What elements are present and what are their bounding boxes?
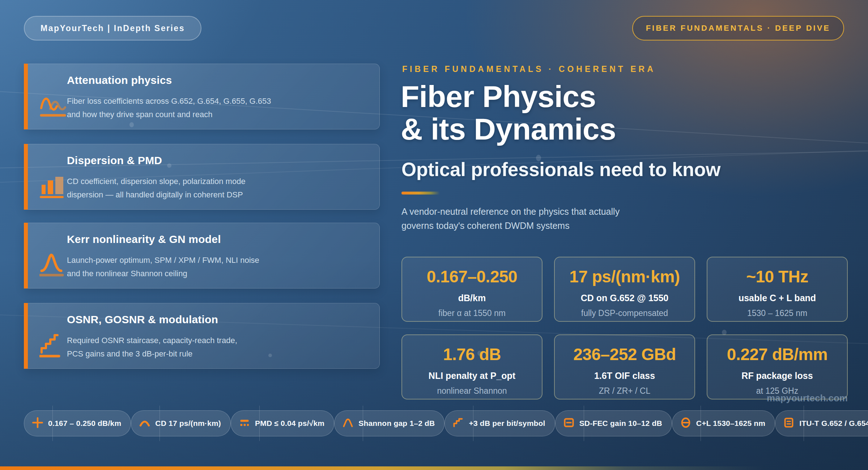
- chip-itu-standards: ITU-T G.652 / G.654: [775, 410, 868, 436]
- bottom-gradient-bar: [0, 466, 868, 470]
- hero-description: A vendor-neutral reference on the physic…: [401, 205, 620, 233]
- topic-title: OSNR, GOSNR & modulation: [67, 313, 218, 326]
- hero-eyebrow: FIBER FUNDAMENTALS · COHERENT ERA: [402, 64, 656, 74]
- stat-value: 1.76 dB: [443, 345, 501, 364]
- infographic-slide: MapYourTech | InDepth Series FIBER FUNDA…: [0, 0, 868, 470]
- chip-label: SD-FEC gain 10–12 dB: [579, 419, 662, 428]
- stat-card-rf-loss: 0.227 dB/mm RF package loss at 125 GHz: [707, 334, 848, 400]
- gradient-divider: [401, 192, 440, 195]
- stat-value: ~10 THz: [746, 267, 808, 286]
- stat-label: 1.6T OIF class: [594, 371, 655, 381]
- topic-title: Kerr nonlinearity & GN model: [67, 233, 221, 245]
- orange-accent-bar: [24, 144, 28, 210]
- fec-block-icon: [563, 417, 574, 430]
- brand-series-label: MapYourTech | InDepth Series: [41, 24, 185, 33]
- stat-label: CD on G.652 @ 1550: [581, 293, 669, 303]
- stat-card-cd: 17 ps/(nm·km) CD on G.652 @ 1550 fully D…: [554, 257, 695, 322]
- chip-label: ITU-T G.652 / G.654: [799, 419, 868, 428]
- theta-icon: [680, 417, 691, 430]
- stat-label: usable C + L band: [739, 293, 816, 303]
- list-icon: [783, 417, 794, 430]
- topic-body: CD coefficient, dispersion slope, polari…: [67, 175, 246, 201]
- topic-card-nonlinearity: Kerr nonlinearity & GN model Launch-powe…: [24, 223, 380, 289]
- chip-pmd: PMD ≤ 0.04 ps/√km: [231, 410, 334, 436]
- stat-value: 236–252 GBd: [573, 345, 676, 364]
- chip-cd: CD 17 ps/(nm·km): [131, 410, 231, 436]
- stat-card-fiber-loss: 0.167–0.250 dB/km fiber α at 1550 nm: [401, 257, 542, 322]
- stat-subtext: fully DSP-compensated: [581, 308, 668, 318]
- stairs-icon: [453, 417, 464, 430]
- stat-value: 0.227 dB/mm: [727, 345, 827, 364]
- arc-icon: [139, 417, 150, 430]
- chip-sd-fec: SD-FEC gain 10–12 dB: [555, 410, 672, 436]
- stat-label: dB/km: [458, 293, 486, 303]
- stat-value: 0.167–0.250: [427, 267, 517, 286]
- deep-dive-badge: FIBER FUNDAMENTALS · DEEP DIVE: [632, 16, 844, 40]
- key-figures-chip-row: 0.167 – 0.250 dB/km CD 17 ps/(nm·km) PMD…: [24, 411, 844, 436]
- chip-cl-band: C+L 1530–1625 nm: [672, 410, 775, 436]
- topic-body: Launch-power optimum, SPM / XPM / FWM, N…: [67, 253, 259, 280]
- chip-label: C+L 1530–1625 nm: [696, 419, 765, 428]
- topic-body: Required OSNR staircase, capacity-reach …: [67, 334, 237, 360]
- stat-subtext: 1530 – 1625 nm: [747, 308, 807, 318]
- stat-card-band: ~10 THz usable C + L band 1530 – 1625 nm: [707, 257, 848, 322]
- stat-value: 17 ps/(nm·km): [569, 267, 680, 286]
- orange-accent-bar: [24, 303, 28, 369]
- stats-grid: 0.167–0.250 dB/km fiber α at 1550 nm 17 …: [401, 257, 848, 400]
- topic-card-osnr: OSNR, GOSNR & modulation Required OSNR s…: [24, 303, 380, 369]
- orange-accent-bar: [24, 64, 28, 129]
- topic-body: Fiber loss coefficients across G.652, G.…: [67, 94, 271, 121]
- page-subtitle: Optical professionals need to know: [401, 158, 720, 180]
- page-title: Fiber Physics & its Dynamics: [401, 80, 616, 145]
- chip-bits-per-symbol: +3 dB per bit/symbol: [444, 410, 555, 436]
- topic-title: Dispersion & PMD: [67, 154, 162, 167]
- watermark: mapyourtech.com: [401, 393, 848, 404]
- chip-label: 0.167 – 0.250 dB/km: [48, 419, 121, 428]
- stat-card-baud: 236–252 GBd 1.6T OIF class ZR / ZR+ / CL: [554, 334, 695, 400]
- chip-label: CD 17 ps/(nm·km): [155, 419, 221, 428]
- orange-accent-bar: [24, 223, 28, 289]
- chip-fiber-loss: 0.167 – 0.250 dB/km: [24, 410, 131, 436]
- topic-card-dispersion: Dispersion & PMD CD coefficient, dispers…: [24, 144, 380, 210]
- brand-series-pill: MapYourTech | InDepth Series: [24, 16, 201, 40]
- stat-card-nli: 1.76 dB NLI penalty at P_opt nonlinear S…: [401, 334, 542, 400]
- topic-card-attenuation: Attenuation physics Fiber loss coefficie…: [24, 64, 380, 129]
- dash-dots-icon: [239, 417, 250, 430]
- chip-shannon-gap: Shannon gap 1–2 dB: [334, 410, 444, 436]
- stat-subtext: fiber α at 1550 nm: [438, 308, 506, 318]
- stat-label: NLI penalty at P_opt: [429, 371, 515, 381]
- chip-label: Shannon gap 1–2 dB: [358, 419, 435, 428]
- topic-title: Attenuation physics: [67, 74, 172, 86]
- chip-label: +3 dB per bit/symbol: [469, 419, 545, 428]
- chip-label: PMD ≤ 0.04 ps/√km: [255, 419, 324, 428]
- deep-dive-badge-label: FIBER FUNDAMENTALS · DEEP DIVE: [646, 24, 830, 33]
- plus-icon: [32, 417, 43, 430]
- arch-icon: [342, 417, 353, 430]
- stat-label: RF package loss: [741, 371, 813, 381]
